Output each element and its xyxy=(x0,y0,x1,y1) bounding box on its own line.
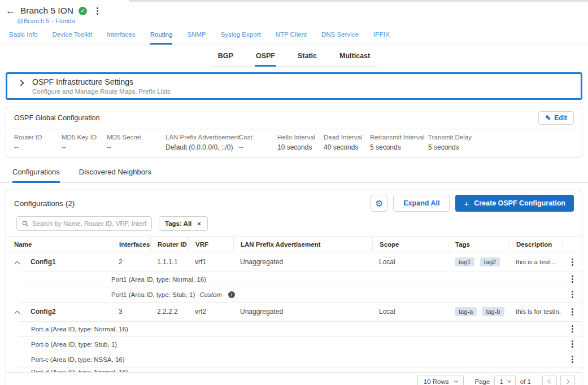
router-id-cell: 1.1.1.1 xyxy=(150,258,188,266)
tab-multicast[interactable]: Multicast xyxy=(338,47,371,67)
interfaces-cell: 3 xyxy=(112,308,150,316)
expand-all-button[interactable]: Expand All xyxy=(393,195,450,212)
tab-device-toolkit[interactable]: Device Toolkit xyxy=(53,31,93,45)
tags-filter-chip[interactable]: Tags: All ✕ xyxy=(159,216,208,231)
tab-ntp-client[interactable]: NTP Client xyxy=(276,31,307,45)
device-tabs: Basic Info Device Toolkit Interfaces Rou… xyxy=(0,24,588,45)
field-label: Router ID xyxy=(14,134,62,141)
field-value: 40 seconds xyxy=(324,143,370,151)
ospf-global-configuration-card: OSPF Global Configuration ✎ Edit Router … xyxy=(6,107,582,158)
search-box[interactable] xyxy=(16,216,152,231)
column-header-scope: Scope xyxy=(372,237,448,252)
field-label: Retransmit Interval xyxy=(370,134,428,141)
config-name: Config2 xyxy=(31,308,56,316)
create-ospf-configuration-button[interactable]: + Create OSPF Configuration xyxy=(455,195,574,212)
tab-basic-info[interactable]: Basic Info xyxy=(9,31,38,45)
edit-icon: ✎ xyxy=(545,115,551,121)
field-value: -- xyxy=(62,143,107,151)
chevron-right-icon[interactable] xyxy=(18,80,24,86)
tab-syslog-export[interactable]: Syslog Export xyxy=(221,31,261,45)
tab-routing[interactable]: Routing xyxy=(150,31,173,45)
tags-filter-label: Tags: All xyxy=(165,220,191,227)
tab-ospf[interactable]: OSPF xyxy=(255,47,276,67)
scope-cell: Local xyxy=(372,308,448,316)
field-lan-prefix-advertisement: LAN Prefix Advertisement Default (0.0.0.… xyxy=(165,134,239,151)
prev-page-button[interactable] xyxy=(542,375,557,385)
tags-cell: tag1 tag2 xyxy=(448,257,509,266)
column-header-actions xyxy=(563,237,582,252)
row-menu-kebab-icon[interactable] xyxy=(563,287,582,302)
site-link[interactable]: @Branch 5 - Florida xyxy=(17,18,579,24)
row-menu-kebab-icon[interactable] xyxy=(563,321,582,336)
field-value: 5 seconds xyxy=(428,143,472,151)
field-value: 10 seconds xyxy=(277,143,324,151)
tab-static[interactable]: Static xyxy=(297,47,318,67)
tab-interfaces[interactable]: Interfaces xyxy=(107,31,136,45)
column-header-tags: Tags xyxy=(448,237,509,252)
port-row: Port1 (Area ID, type: Normal, 16) xyxy=(6,272,582,287)
field-value: -- xyxy=(107,143,165,151)
row-menu-kebab-icon[interactable] xyxy=(563,336,582,352)
table-settings-button[interactable]: ⚙︎ xyxy=(371,195,387,212)
device-header: ← Branch 5 ION ✓ @Branch 5 - Florida xyxy=(0,0,588,24)
chevron-up-icon[interactable] xyxy=(15,261,20,266)
field-label: MD5 Key ID xyxy=(62,134,107,141)
page-select[interactable]: 1 xyxy=(494,375,515,385)
device-menu-kebab-icon[interactable] xyxy=(94,6,101,15)
tab-bgp[interactable]: BGP xyxy=(217,47,234,67)
tab-ipfix[interactable]: IPFIX xyxy=(373,31,390,45)
back-arrow-icon[interactable]: ← xyxy=(6,6,15,16)
page-label: Page xyxy=(475,378,490,385)
create-label: Create OSPF Configuration xyxy=(474,199,565,207)
field-retransmit-interval: Retransmit Interval 5 seconds xyxy=(370,134,428,151)
table-header-row: Name Interfaces Router ID VRF LAN Prefix… xyxy=(6,237,582,252)
tab-discovered-neighbors[interactable]: Discovered Neighbors xyxy=(79,168,151,183)
chevron-left-icon xyxy=(548,379,552,384)
port-row: Port1 (Area ID, type: Stub, 1) Custom xyxy=(6,287,582,302)
ospf-infrastructure-panel[interactable]: OSPF Infrastructure Settings Configure a… xyxy=(6,72,582,100)
edit-button[interactable]: ✎ Edit xyxy=(538,111,574,125)
search-icon xyxy=(22,220,28,227)
tag-chip: tag2 xyxy=(480,257,500,266)
next-page-button[interactable] xyxy=(560,375,575,385)
column-header-name: Name xyxy=(6,237,112,252)
table-pagination-bar: 10 Rows Page 1 of 1 xyxy=(6,372,582,385)
config-row-config1[interactable]: Config1 2 1.1.1.1 vrf1 Unaggregated Loca… xyxy=(6,252,582,272)
configurations-count-title: Configurations (2) xyxy=(14,199,75,208)
row-menu-kebab-icon[interactable] xyxy=(563,252,582,272)
row-menu-kebab-icon[interactable] xyxy=(563,352,582,367)
column-header-router-id: Router ID xyxy=(150,237,188,252)
field-label: Cost xyxy=(239,134,277,141)
tab-snmp[interactable]: SNMP xyxy=(187,31,206,45)
field-value: 5 seconds xyxy=(370,143,428,151)
rows-per-page-select[interactable]: 10 Rows xyxy=(417,375,464,385)
field-value: Default (0.0.0.0/0, ::/0) xyxy=(165,143,239,151)
port-label: Port1 (Area ID, type: Normal, 16) xyxy=(111,276,206,283)
field-transmit-delay: Transmit Delay 5 seconds xyxy=(428,134,472,151)
gear-icon: ⚙︎ xyxy=(375,198,383,209)
port-label: Port-d (Area ID, type: Normal, 16) xyxy=(31,367,582,372)
info-icon[interactable] xyxy=(228,291,235,298)
row-menu-kebab-icon[interactable] xyxy=(563,302,582,321)
tab-dns-service[interactable]: DNS Service xyxy=(321,31,359,45)
description-cell: this is a test... xyxy=(509,259,563,265)
chevron-down-icon xyxy=(507,379,511,383)
close-icon[interactable]: ✕ xyxy=(197,221,201,227)
port-label: Port-a (Area ID, type: Normal, 16) xyxy=(31,326,128,333)
row-menu-kebab-icon[interactable] xyxy=(563,272,582,287)
config-row-config2[interactable]: Config2 3 2.2.2.2 vrf2 Unaggregated Loca… xyxy=(6,302,582,321)
edit-label: Edit xyxy=(554,114,567,122)
chevron-right-icon xyxy=(565,379,569,384)
column-header-interfaces: Interfaces xyxy=(112,237,150,252)
chevron-up-icon[interactable] xyxy=(15,310,20,316)
search-input[interactable] xyxy=(32,220,146,227)
infra-settings-title: OSPF Infrastructure Settings xyxy=(32,77,171,86)
scope-cell: Local xyxy=(372,258,448,266)
field-md5-key-id: MD5 Key ID -- xyxy=(62,134,107,151)
field-value: -- xyxy=(14,143,62,151)
lan-prefix-cell: Unaggregated xyxy=(233,308,372,316)
field-label: MD5 Secret xyxy=(107,134,165,141)
top-divider xyxy=(129,0,588,2)
column-header-vrf: VRF xyxy=(188,237,233,252)
tab-configurations[interactable]: Configurations xyxy=(12,168,60,183)
